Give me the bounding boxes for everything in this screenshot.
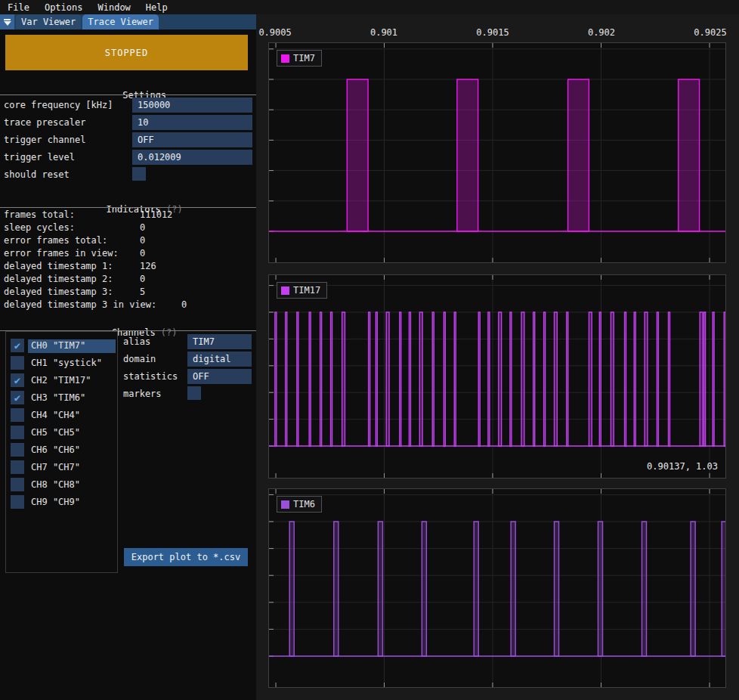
channel-row-ch9[interactable]: CH9 "CH9" bbox=[6, 495, 117, 512]
select-trigger-channel[interactable]: OFF bbox=[132, 132, 252, 147]
channel-label: CH6 "CH6" bbox=[31, 444, 80, 455]
separator bbox=[0, 94, 256, 95]
select-domain[interactable]: digital bbox=[187, 352, 252, 367]
channel-row-ch8[interactable]: CH8 "CH8" bbox=[6, 478, 117, 494]
indicator-row: delayed timestamp 3:5 bbox=[0, 287, 256, 299]
channel-row-ch1[interactable]: CH1 "systick" bbox=[6, 356, 117, 373]
channel-checkbox[interactable] bbox=[11, 408, 24, 422]
legend-label: TIM7 bbox=[293, 53, 315, 63]
menu-window[interactable]: Window bbox=[90, 1, 138, 14]
legend-swatch bbox=[281, 287, 289, 295]
cursor-readout: 0.90137, 1.03 bbox=[647, 461, 718, 472]
indicator-value: 0 bbox=[140, 248, 145, 259]
indicator-row: error frames in view:0 bbox=[0, 248, 256, 260]
channel-checkbox[interactable] bbox=[11, 356, 24, 370]
plot-panel: 0.90050.9010.90150.9020.9025 TIM7TIM170.… bbox=[256, 14, 739, 700]
plot-tim17[interactable]: TIM170.90137, 1.03 bbox=[268, 274, 726, 479]
separator bbox=[0, 207, 256, 208]
channel-checkbox[interactable] bbox=[11, 443, 24, 457]
settings-label-core-frequency-khz: core frequency [kHz] bbox=[4, 100, 113, 110]
checkbox-should-reset[interactable] bbox=[132, 167, 146, 181]
checkmark-icon: ✔ bbox=[14, 340, 20, 351]
prop-label-alias: alias bbox=[123, 336, 150, 347]
prop-label-statistics: statistics bbox=[123, 371, 178, 382]
tab-list-icon bbox=[4, 19, 11, 20]
legend-tim6[interactable]: TIM6 bbox=[277, 496, 322, 513]
control-panel: STOPPED Settings core frequency [kHz]150… bbox=[0, 29, 256, 700]
prop-label-markers: markers bbox=[123, 389, 162, 399]
indicator-label: delayed timestamp 1: bbox=[4, 261, 113, 271]
trace-viewer-window: FileOptionsWindowHelp Var ViewerTrace Vi… bbox=[0, 0, 739, 700]
axis-tick-label: 0.9005 bbox=[258, 27, 291, 38]
channel-label: CH5 "CH5" bbox=[31, 427, 80, 438]
legend-tim17[interactable]: TIM17 bbox=[277, 282, 327, 299]
channel-checkbox[interactable]: ✔ bbox=[11, 339, 24, 352]
channel-row-ch5[interactable]: CH5 "CH5" bbox=[6, 426, 117, 442]
tab-trace-viewer[interactable]: Trace Viewer bbox=[82, 14, 159, 29]
acquisition-state-button[interactable]: STOPPED bbox=[5, 35, 248, 70]
indicator-row: sleep cycles:0 bbox=[0, 222, 256, 234]
axis-tick-label: 0.9025 bbox=[694, 27, 726, 38]
tab-var-viewer[interactable]: Var Viewer bbox=[16, 14, 81, 29]
channel-label: CH0 "TIM7" bbox=[31, 340, 85, 351]
channel-label: CH1 "systick" bbox=[31, 358, 102, 368]
indicator-value: 5 bbox=[140, 287, 145, 297]
legend-label: TIM6 bbox=[293, 499, 315, 510]
channel-checkbox[interactable]: ✔ bbox=[11, 391, 24, 404]
channel-row-ch0[interactable]: ✔CH0 "TIM7" bbox=[6, 339, 117, 355]
channel-checkbox[interactable] bbox=[11, 495, 24, 509]
settings-label-trigger-level: trigger level bbox=[4, 152, 75, 163]
input-alias[interactable]: TIM7 bbox=[187, 334, 252, 349]
channel-label: CH7 "CH7" bbox=[31, 462, 80, 472]
channel-label: CH3 "TIM6" bbox=[31, 392, 85, 403]
channel-row-ch2[interactable]: ✔CH2 "TIM17" bbox=[6, 373, 117, 390]
input-trigger-level[interactable]: 0.012009 bbox=[132, 150, 252, 165]
tab-list-button[interactable] bbox=[0, 14, 14, 29]
settings-label-trace-prescaler: trace prescaler bbox=[4, 117, 85, 128]
channel-label: CH8 "CH8" bbox=[31, 479, 80, 490]
export-csv-button[interactable]: Export plot to *.csv bbox=[124, 548, 248, 566]
channel-row-ch7[interactable]: CH7 "CH7" bbox=[6, 460, 117, 477]
indicator-label: sleep cycles: bbox=[4, 222, 75, 233]
indicator-value: 111012 bbox=[140, 209, 172, 220]
menu-options[interactable]: Options bbox=[37, 1, 91, 14]
menu-bar: FileOptionsWindowHelp bbox=[0, 0, 739, 14]
channel-checkbox[interactable] bbox=[11, 426, 24, 439]
legend-swatch bbox=[281, 500, 289, 509]
indicator-value: 0 bbox=[181, 299, 187, 310]
axis-tick-label: 0.901 bbox=[370, 27, 397, 38]
indicator-row: error frames total:0 bbox=[0, 235, 256, 247]
indicator-value: 0 bbox=[140, 274, 145, 284]
channel-row-ch6[interactable]: CH6 "CH6" bbox=[6, 443, 117, 460]
checkmark-icon: ✔ bbox=[14, 375, 20, 386]
checkmark-icon: ✔ bbox=[14, 392, 20, 403]
settings-label-should-reset: should reset bbox=[4, 169, 70, 180]
menu-file[interactable]: File bbox=[0, 1, 37, 14]
select-statistics[interactable]: OFF bbox=[187, 369, 252, 384]
plot-tim7[interactable]: TIM7 bbox=[268, 42, 726, 263]
axis-tick-label: 0.9015 bbox=[476, 27, 509, 38]
indicator-value: 0 bbox=[140, 235, 145, 246]
channel-label: CH4 "CH4" bbox=[31, 410, 80, 420]
indicator-label: delayed timestamp 2: bbox=[4, 274, 113, 284]
help-icon[interactable]: (?) bbox=[161, 327, 178, 338]
channel-checkbox[interactable] bbox=[11, 460, 24, 474]
legend-tim7[interactable]: TIM7 bbox=[277, 50, 322, 67]
input-core-frequency-khz[interactable]: 150000 bbox=[132, 98, 252, 113]
menu-help[interactable]: Help bbox=[138, 1, 175, 14]
legend-swatch bbox=[281, 54, 289, 63]
channel-list: ✔CH0 "TIM7"CH1 "systick"✔CH2 "TIM17"✔CH3… bbox=[5, 331, 118, 573]
channel-checkbox[interactable] bbox=[11, 478, 24, 491]
indicator-label: error frames total: bbox=[4, 235, 107, 246]
channel-row-ch4[interactable]: CH4 "CH4" bbox=[6, 408, 117, 425]
tab-bar: Var ViewerTrace Viewer bbox=[0, 14, 257, 29]
checkbox-markers[interactable] bbox=[187, 386, 201, 400]
plot-tim6[interactable]: TIM6 bbox=[268, 488, 726, 688]
settings-label-trigger-channel: trigger channel bbox=[4, 135, 85, 145]
indicator-row: delayed timestamp 1:126 bbox=[0, 261, 256, 273]
channel-row-ch3[interactable]: ✔CH3 "TIM6" bbox=[6, 391, 117, 407]
channel-label: CH9 "CH9" bbox=[31, 497, 80, 507]
channel-checkbox[interactable]: ✔ bbox=[11, 373, 24, 387]
input-trace-prescaler[interactable]: 10 bbox=[132, 115, 252, 130]
indicator-row: delayed timestamp 3 in view:0 bbox=[0, 299, 256, 311]
